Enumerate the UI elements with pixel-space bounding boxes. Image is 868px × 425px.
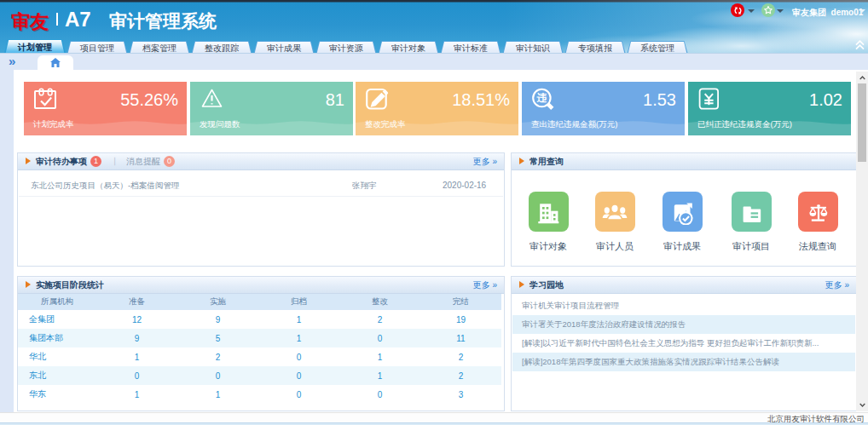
svg-text:违: 违: [535, 92, 547, 104]
